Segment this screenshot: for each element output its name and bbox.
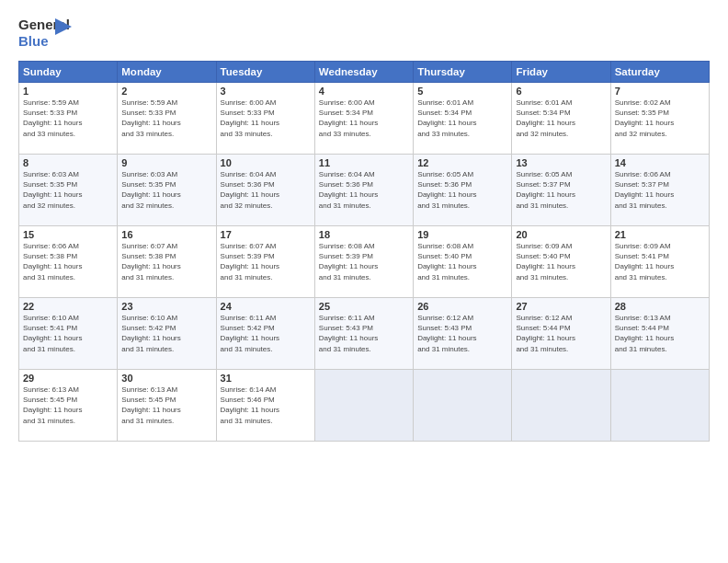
calendar-cell: 28Sunrise: 6:13 AM Sunset: 5:44 PM Dayli…: [610, 298, 709, 370]
day-info: Sunrise: 6:05 AM Sunset: 5:36 PM Dayligh…: [417, 169, 507, 211]
day-number: 28: [615, 301, 705, 312]
calendar-cell: 3Sunrise: 6:00 AM Sunset: 5:33 PM Daylig…: [216, 83, 314, 155]
calendar-cell: 29Sunrise: 6:13 AM Sunset: 5:45 PM Dayli…: [19, 370, 118, 442]
day-info: Sunrise: 6:03 AM Sunset: 5:35 PM Dayligh…: [121, 169, 211, 211]
day-info: Sunrise: 6:04 AM Sunset: 5:36 PM Dayligh…: [221, 169, 311, 211]
day-number: 1: [23, 86, 113, 97]
calendar-cell: 9Sunrise: 6:03 AM Sunset: 5:35 PM Daylig…: [118, 155, 216, 226]
day-info: Sunrise: 6:12 AM Sunset: 5:43 PM Dayligh…: [417, 313, 507, 354]
day-info: Sunrise: 6:11 AM Sunset: 5:42 PM Dayligh…: [221, 313, 311, 354]
calendar-cell: 25Sunrise: 6:11 AM Sunset: 5:43 PM Dayli…: [314, 298, 413, 370]
day-number: 7: [615, 86, 705, 97]
calendar-cell: 4Sunrise: 6:00 AM Sunset: 5:34 PM Daylig…: [314, 83, 413, 155]
day-info: Sunrise: 6:09 AM Sunset: 5:40 PM Dayligh…: [516, 241, 606, 282]
day-number: 17: [221, 229, 311, 240]
day-number: 9: [121, 157, 211, 168]
day-info: Sunrise: 6:14 AM Sunset: 5:46 PM Dayligh…: [221, 385, 311, 426]
calendar-cell: 19Sunrise: 6:08 AM Sunset: 5:40 PM Dayli…: [414, 226, 512, 298]
day-info: Sunrise: 6:06 AM Sunset: 5:38 PM Dayligh…: [23, 241, 113, 282]
col-friday: Friday: [512, 62, 610, 83]
day-number: 16: [121, 229, 211, 240]
day-number: 26: [417, 301, 507, 312]
calendar-cell: 21Sunrise: 6:09 AM Sunset: 5:41 PM Dayli…: [610, 226, 709, 298]
day-info: Sunrise: 6:06 AM Sunset: 5:37 PM Dayligh…: [615, 169, 705, 211]
calendar-cell: 14Sunrise: 6:06 AM Sunset: 5:37 PM Dayli…: [610, 155, 709, 226]
calendar-cell: 10Sunrise: 6:04 AM Sunset: 5:36 PM Dayli…: [216, 155, 314, 226]
calendar-week-1: 1Sunrise: 5:59 AM Sunset: 5:33 PM Daylig…: [19, 83, 710, 155]
day-info: Sunrise: 6:08 AM Sunset: 5:40 PM Dayligh…: [417, 241, 507, 282]
calendar-cell: 22Sunrise: 6:10 AM Sunset: 5:41 PM Dayli…: [19, 298, 118, 370]
day-info: Sunrise: 6:08 AM Sunset: 5:39 PM Dayligh…: [319, 241, 409, 282]
col-thursday: Thursday: [414, 62, 512, 83]
day-info: Sunrise: 6:01 AM Sunset: 5:34 PM Dayligh…: [417, 98, 507, 139]
calendar-cell: 26Sunrise: 6:12 AM Sunset: 5:43 PM Dayli…: [414, 298, 512, 370]
calendar-week-2: 8Sunrise: 6:03 AM Sunset: 5:35 PM Daylig…: [19, 155, 710, 226]
day-number: 11: [319, 157, 409, 168]
day-info: Sunrise: 6:10 AM Sunset: 5:41 PM Dayligh…: [23, 313, 113, 354]
calendar-cell: 5Sunrise: 6:01 AM Sunset: 5:34 PM Daylig…: [414, 83, 512, 155]
calendar-cell: [512, 370, 610, 442]
calendar-cell: 23Sunrise: 6:10 AM Sunset: 5:42 PM Dayli…: [118, 298, 216, 370]
calendar-cell: 12Sunrise: 6:05 AM Sunset: 5:36 PM Dayli…: [414, 155, 512, 226]
calendar-cell: 6Sunrise: 6:01 AM Sunset: 5:34 PM Daylig…: [512, 83, 610, 155]
calendar-cell: 17Sunrise: 6:07 AM Sunset: 5:39 PM Dayli…: [216, 226, 314, 298]
day-number: 10: [221, 157, 311, 168]
calendar-cell: 30Sunrise: 6:13 AM Sunset: 5:45 PM Dayli…: [118, 370, 216, 442]
calendar-cell: 18Sunrise: 6:08 AM Sunset: 5:39 PM Dayli…: [314, 226, 413, 298]
day-info: Sunrise: 6:07 AM Sunset: 5:38 PM Dayligh…: [121, 241, 211, 282]
calendar-cell: 24Sunrise: 6:11 AM Sunset: 5:42 PM Dayli…: [216, 298, 314, 370]
col-monday: Monday: [118, 62, 216, 83]
day-number: 25: [319, 301, 409, 312]
day-number: 18: [319, 229, 409, 240]
header-row: Sunday Monday Tuesday Wednesday Thursday…: [19, 62, 710, 83]
col-sunday: Sunday: [19, 62, 118, 83]
calendar-cell: 16Sunrise: 6:07 AM Sunset: 5:38 PM Dayli…: [118, 226, 216, 298]
day-info: Sunrise: 6:11 AM Sunset: 5:43 PM Dayligh…: [319, 313, 409, 354]
day-number: 22: [23, 301, 113, 312]
day-info: Sunrise: 5:59 AM Sunset: 5:33 PM Dayligh…: [121, 98, 211, 139]
day-number: 5: [417, 86, 507, 97]
day-info: Sunrise: 6:13 AM Sunset: 5:44 PM Dayligh…: [615, 313, 705, 354]
day-info: Sunrise: 6:05 AM Sunset: 5:37 PM Dayligh…: [516, 169, 606, 211]
day-number: 24: [221, 301, 311, 312]
calendar-week-3: 15Sunrise: 6:06 AM Sunset: 5:38 PM Dayli…: [19, 226, 710, 298]
svg-marker-0: [55, 18, 72, 35]
header: General Blue: [18, 17, 710, 55]
day-info: Sunrise: 6:13 AM Sunset: 5:45 PM Dayligh…: [121, 385, 211, 426]
day-number: 2: [121, 86, 211, 97]
day-number: 6: [516, 86, 606, 97]
calendar-cell: [314, 370, 413, 442]
page: General Blue Sunday Monday Tuesday Wedne…: [0, 0, 728, 563]
day-info: Sunrise: 6:13 AM Sunset: 5:45 PM Dayligh…: [23, 385, 113, 426]
day-info: Sunrise: 6:03 AM Sunset: 5:35 PM Dayligh…: [23, 169, 113, 211]
day-info: Sunrise: 6:00 AM Sunset: 5:33 PM Dayligh…: [221, 98, 311, 139]
calendar-week-4: 22Sunrise: 6:10 AM Sunset: 5:41 PM Dayli…: [19, 298, 710, 370]
calendar-table: Sunday Monday Tuesday Wednesday Thursday…: [18, 61, 710, 442]
day-info: Sunrise: 6:04 AM Sunset: 5:36 PM Dayligh…: [319, 169, 409, 211]
day-number: 4: [319, 86, 409, 97]
day-number: 15: [23, 229, 113, 240]
calendar-cell: [414, 370, 512, 442]
day-info: Sunrise: 6:12 AM Sunset: 5:44 PM Dayligh…: [516, 313, 606, 354]
day-number: 12: [417, 157, 507, 168]
col-saturday: Saturday: [610, 62, 709, 83]
calendar-cell: 1Sunrise: 5:59 AM Sunset: 5:33 PM Daylig…: [19, 83, 118, 155]
calendar-cell: 8Sunrise: 6:03 AM Sunset: 5:35 PM Daylig…: [19, 155, 118, 226]
calendar-cell: 31Sunrise: 6:14 AM Sunset: 5:46 PM Dayli…: [216, 370, 314, 442]
day-number: 29: [23, 373, 113, 384]
day-info: Sunrise: 6:09 AM Sunset: 5:41 PM Dayligh…: [615, 241, 705, 282]
day-number: 23: [121, 301, 211, 312]
day-info: Sunrise: 5:59 AM Sunset: 5:33 PM Dayligh…: [23, 98, 113, 139]
calendar-cell: 7Sunrise: 6:02 AM Sunset: 5:35 PM Daylig…: [610, 83, 709, 155]
day-number: 3: [221, 86, 311, 97]
day-info: Sunrise: 6:07 AM Sunset: 5:39 PM Dayligh…: [221, 241, 311, 282]
calendar-cell: [610, 370, 709, 442]
day-number: 19: [417, 229, 507, 240]
calendar-cell: 11Sunrise: 6:04 AM Sunset: 5:36 PM Dayli…: [314, 155, 413, 226]
day-number: 14: [615, 157, 705, 168]
day-number: 20: [516, 229, 606, 240]
day-info: Sunrise: 6:02 AM Sunset: 5:35 PM Dayligh…: [615, 98, 705, 139]
calendar-cell: 20Sunrise: 6:09 AM Sunset: 5:40 PM Dayli…: [512, 226, 610, 298]
calendar-week-5: 29Sunrise: 6:13 AM Sunset: 5:45 PM Dayli…: [19, 370, 710, 442]
day-info: Sunrise: 6:10 AM Sunset: 5:42 PM Dayligh…: [121, 313, 211, 354]
